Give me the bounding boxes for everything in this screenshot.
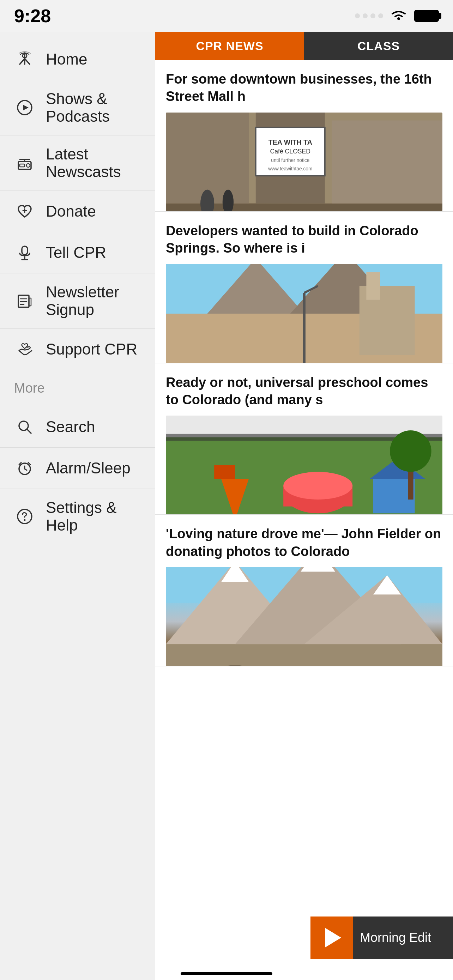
microphone-icon [14, 242, 35, 263]
wifi-icon [389, 9, 408, 23]
play-circle-icon [14, 97, 35, 118]
sidebar-item-donate[interactable]: Donate [0, 191, 155, 232]
main-content: C CPR NEWS CLASS For some downtown busin… [155, 0, 453, 980]
news-feed: For some downtown businesses, the 16th S… [155, 60, 453, 980]
status-icons [355, 9, 439, 23]
svg-text:until further notice: until further notice [271, 158, 309, 163]
sidebar-item-newsletter[interactable]: Newsletter Signup [0, 274, 155, 329]
svg-text:Café CLOSED: Café CLOSED [270, 148, 310, 155]
news-item-3[interactable]: Ready or not, universal preschool comes … [155, 363, 453, 515]
svg-rect-45 [366, 272, 380, 299]
sidebar-item-settings-label: Settings & Help [46, 499, 141, 534]
heart-plus-icon [14, 201, 35, 222]
tabs-bar: CPR NEWS CLASS [155, 32, 453, 60]
heart-hand-icon [14, 339, 35, 360]
sidebar-item-tell-cpr-label: Tell CPR [46, 244, 106, 261]
svg-rect-70 [166, 644, 442, 667]
player-bar[interactable]: Morning Edit [310, 916, 453, 959]
drawer-nav-list: Home Shows & Podcasts [0, 32, 155, 370]
news-title-2: Developers wanted to build in Colorado S… [166, 222, 442, 257]
svg-text:www.teawithtae.com: www.teawithtae.com [268, 166, 312, 171]
search-icon [14, 416, 35, 438]
svg-rect-54 [214, 465, 235, 479]
svg-point-57 [283, 472, 353, 500]
sidebar-item-tell-cpr[interactable]: Tell CPR [0, 232, 155, 274]
svg-text:TEA WITH TA: TEA WITH TA [269, 138, 312, 146]
player-play-button[interactable] [310, 916, 353, 959]
news-image-1: TEA WITH TA Café CLOSED until further no… [166, 113, 442, 211]
drawer-more-label: More [0, 370, 155, 399]
sidebar-item-newsletter-label: Newsletter Signup [46, 283, 141, 318]
sidebar-item-support-cpr-label: Support CPR [46, 340, 137, 358]
sidebar-item-alarm-label: Alarm/Sleep [46, 459, 130, 477]
svg-point-62 [390, 430, 431, 472]
home-indicator [181, 972, 272, 975]
navigation-drawer: Home Shows & Podcasts [0, 0, 155, 980]
sidebar-item-support-cpr[interactable]: Support CPR [0, 329, 155, 370]
sidebar-item-search-label: Search [46, 418, 95, 436]
drawer-more-list: Search Alarm/Sleep [0, 399, 155, 544]
tab-cpr-news[interactable]: CPR NEWS [155, 32, 304, 60]
antenna-icon [14, 49, 35, 70]
sidebar-item-settings[interactable]: Settings & Help [0, 489, 155, 544]
sidebar-item-shows-podcasts[interactable]: Shows & Podcasts [0, 80, 155, 135]
svg-point-7 [27, 164, 30, 167]
sidebar-item-shows-label: Shows & Podcasts [46, 90, 141, 125]
svg-line-24 [25, 469, 27, 470]
news-image-3 [166, 415, 442, 514]
status-bar: 9:28 [0, 0, 453, 32]
battery-icon [414, 10, 439, 22]
sidebar-item-alarm[interactable]: Alarm/Sleep [0, 448, 155, 489]
news-image-2 [166, 264, 442, 363]
alarm-icon [14, 458, 35, 479]
svg-marker-5 [23, 105, 29, 110]
news-item-1[interactable]: For some downtown businesses, the 16th S… [155, 60, 453, 212]
news-image-4 [166, 567, 442, 666]
svg-rect-12 [22, 246, 27, 255]
svg-line-2 [25, 59, 30, 64]
news-item-4[interactable]: 'Loving nature drove me'— John Fielder o… [155, 515, 453, 667]
play-triangle-icon [325, 928, 341, 948]
newspaper-icon [14, 290, 35, 312]
status-time: 9:28 [14, 5, 51, 27]
signal-icon [355, 13, 383, 18]
sidebar-item-home-label: Home [46, 51, 87, 68]
svg-point-26 [24, 519, 26, 521]
sidebar-item-home[interactable]: Home [0, 39, 155, 80]
svg-marker-68 [300, 567, 335, 572]
news-title-4: 'Loving nature drove me'— John Fielder o… [166, 525, 442, 560]
player-title: Morning Edit [353, 930, 438, 945]
svg-rect-31 [332, 120, 442, 203]
sidebar-item-donate-label: Donate [46, 202, 96, 220]
radio-icon [14, 153, 35, 173]
svg-line-21 [27, 429, 31, 433]
sidebar-item-search[interactable]: Search [0, 406, 155, 448]
help-circle-icon [14, 506, 35, 527]
svg-rect-8 [20, 164, 25, 167]
tab-classical[interactable]: CLASS [304, 32, 453, 60]
news-item-2[interactable]: Developers wanted to build in Colorado S… [155, 212, 453, 363]
svg-rect-16 [29, 298, 31, 306]
sidebar-item-latest-newscasts[interactable]: Latest Newscasts [0, 135, 155, 191]
sidebar-item-newscasts-label: Latest Newscasts [46, 145, 141, 181]
news-title-3: Ready or not, universal preschool comes … [166, 374, 442, 409]
svg-line-1 [20, 59, 25, 64]
news-title-1: For some downtown businesses, the 16th S… [166, 70, 442, 105]
